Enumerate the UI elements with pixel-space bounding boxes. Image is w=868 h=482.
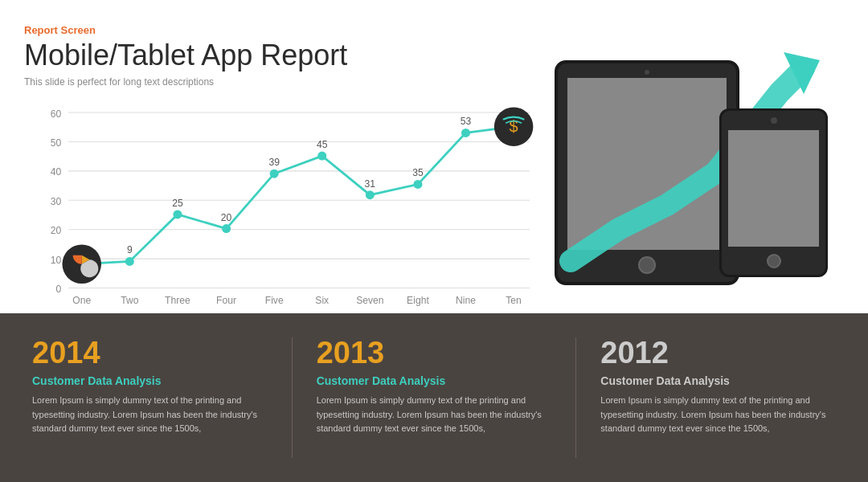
svg-text:30: 30: [51, 195, 62, 206]
col-body-2: Lorem Ipsum is simply dummy text of the …: [317, 394, 552, 436]
year-2013: 2013: [317, 337, 552, 368]
device-container: [555, 44, 828, 285]
svg-text:35: 35: [412, 167, 424, 178]
svg-text:Two: Two: [121, 295, 138, 306]
svg-text:Three: Three: [165, 295, 190, 306]
phone-home-button: [767, 254, 781, 268]
svg-text:20: 20: [221, 211, 232, 223]
bottom-section: 2014 Customer Data Analysis Lorem Ipsum …: [0, 313, 868, 482]
phone-camera: [771, 117, 777, 124]
left-panel: Report Screen Mobile/Tablet App Report T…: [24, 24, 538, 305]
col-body-3: Lorem Ipsum is simply dummy text of the …: [600, 394, 836, 436]
svg-text:31: 31: [365, 178, 376, 189]
bottom-col-1: 2014 Customer Data Analysis Lorem Ipsum …: [32, 337, 293, 458]
col-heading-1: Customer Data Analysis: [32, 374, 268, 387]
svg-text:45: 45: [317, 139, 328, 150]
svg-text:Ten: Ten: [506, 295, 522, 306]
chart-line: [82, 126, 514, 263]
col-body-1: Lorem Ipsum is simply dummy text of the …: [32, 394, 268, 436]
data-point: [317, 151, 326, 160]
data-point: [125, 256, 134, 265]
data-point: [366, 190, 375, 199]
svg-text:9: 9: [127, 244, 133, 255]
year-2012: 2012: [600, 337, 836, 368]
svg-text:60: 60: [51, 108, 62, 119]
data-point: [413, 179, 422, 188]
report-label: Report Screen: [24, 24, 538, 36]
phone-screen: [728, 130, 819, 247]
svg-text:53: 53: [461, 116, 472, 127]
col-heading-3: Customer Data Analysis: [600, 374, 836, 387]
svg-text:25: 25: [172, 198, 183, 209]
tablet-camera: [645, 70, 649, 75]
svg-text:Five: Five: [265, 295, 284, 306]
tablet-screen: [567, 78, 727, 250]
data-point: [173, 210, 182, 219]
svg-text:Eight: Eight: [407, 295, 429, 306]
tablet-home-button: [638, 256, 656, 274]
svg-text:10: 10: [51, 254, 62, 265]
data-point: [270, 169, 279, 178]
svg-text:$: $: [510, 117, 518, 135]
col-heading-2: Customer Data Analysis: [317, 374, 552, 387]
year-2014: 2014: [32, 337, 268, 368]
data-point: [461, 128, 470, 137]
line-chart: 0 10 20 30 40 50 60: [24, 102, 538, 318]
svg-text:Seven: Seven: [356, 295, 383, 306]
svg-text:40: 40: [51, 166, 62, 178]
bottom-col-3: 2012 Customer Data Analysis Lorem Ipsum …: [600, 337, 836, 458]
main-title: Mobile/Tablet App Report: [24, 39, 538, 71]
phone-device: [719, 108, 828, 277]
top-section: Report Screen Mobile/Tablet App Report T…: [0, 0, 868, 313]
chart-container: 0 10 20 30 40 50 60: [24, 102, 538, 318]
svg-marker-36: [784, 52, 820, 94]
svg-text:20: 20: [51, 225, 62, 236]
tablet-device: [555, 60, 739, 285]
data-point: [222, 224, 231, 233]
right-panel: [538, 24, 844, 305]
svg-text:Four: Four: [216, 295, 236, 306]
bottom-col-2: 2013 Customer Data Analysis Lorem Ipsum …: [317, 337, 577, 458]
subtitle: This slide is perfect for long text desc…: [24, 76, 538, 88]
svg-text:39: 39: [268, 157, 280, 168]
svg-text:Six: Six: [315, 295, 329, 306]
svg-text:One: One: [72, 295, 91, 306]
svg-text:50: 50: [51, 137, 62, 149]
svg-text:0: 0: [56, 284, 62, 295]
svg-text:Nine: Nine: [456, 295, 476, 306]
